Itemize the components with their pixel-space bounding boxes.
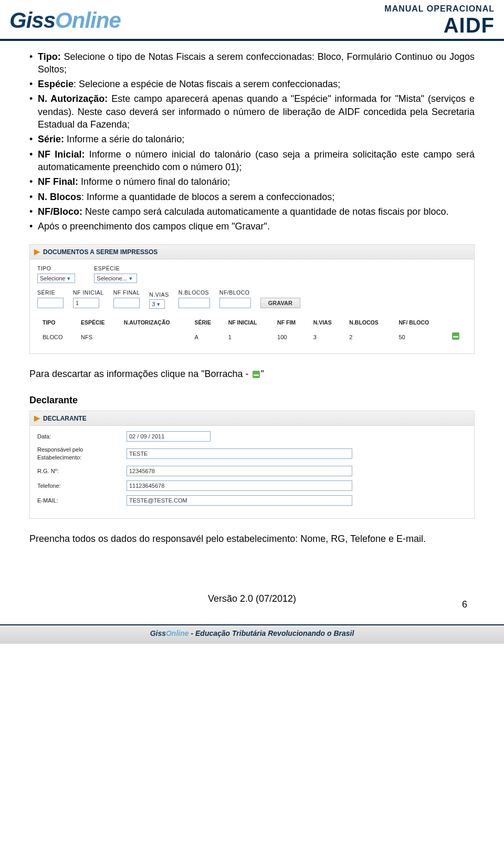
spec-item: NF Final: Informe o número final do talo…: [29, 175, 475, 188]
nf-final-input[interactable]: [113, 298, 140, 308]
data-input[interactable]: [127, 431, 211, 442]
nblocos-input[interactable]: [178, 298, 210, 308]
dec-label-data: Data:: [37, 433, 127, 441]
version-text: Versão 2.0 (07/2012): [29, 592, 475, 605]
nvias-select[interactable]: 3▾: [149, 299, 165, 309]
eraser-icon[interactable]: [452, 332, 459, 340]
telefone-input[interactable]: [127, 480, 352, 491]
logo-text-left: Giss: [9, 8, 55, 33]
spec-item: N. Blocos: Informe a quantidade de bloco…: [29, 191, 475, 203]
field-serie: SÉRIE: [37, 289, 64, 308]
serie-input[interactable]: [37, 298, 64, 308]
spec-item: Série: Informe a série do talonário;: [29, 133, 475, 145]
fill-paragraph: Preencha todos os dados do responsavél p…: [29, 532, 475, 545]
field-nfbloco: NF/BLOCO: [219, 289, 251, 308]
field-nblocos: N.BLOCOS: [178, 289, 210, 308]
spec-item: Tipo: Selecione o tipo de Notas Fiscais …: [29, 50, 475, 76]
footer-bar: GissOnline - Educação Tributária Revoluc…: [0, 624, 504, 644]
manual-title-box: MANUAL OPERACIONAL AIDF: [384, 3, 495, 36]
spec-item: Espécie: Selecione a espécie de Notas fi…: [29, 78, 475, 90]
declarante-panel: ▶ DECLARANTE Data: Responsável pelo Esta…: [29, 411, 475, 519]
chevron-down-icon: ▾: [127, 275, 134, 282]
eraser-icon: [253, 371, 260, 378]
discard-paragraph: Para descartar as informações clique na …: [29, 368, 475, 380]
spec-item: Após o preenchimento dos campos clique e…: [29, 220, 475, 233]
tipo-select[interactable]: Selecione▾: [37, 274, 75, 283]
field-especie: ESPÉCIE Selecione...▾: [94, 265, 136, 282]
spec-list: Tipo: Selecione o tipo de Notas Fiscais …: [29, 50, 475, 233]
nfbloco-input[interactable]: [219, 298, 251, 308]
logo-text-right: Online: [55, 8, 121, 33]
field-tipo: TIPO Selecione▾: [37, 265, 75, 282]
field-nf-final: NF FINAL: [113, 289, 140, 308]
dec-label-email: E-MAIL:: [37, 497, 127, 505]
gravar-button[interactable]: GRAVAR: [260, 298, 300, 308]
dec-label-rg: R.G. Nº:: [37, 467, 127, 475]
table-row: BLOCO NFS A 1 100 3 2 50: [37, 329, 467, 345]
chevron-down-icon: ▾: [65, 275, 72, 282]
documentos-panel-title: DOCUMENTOS A SEREM IMPRESSOS: [43, 248, 158, 256]
nf-inicial-input[interactable]: [73, 298, 99, 308]
brand-logo: GissOnline: [9, 6, 121, 36]
chevron-right-icon: ▶: [34, 413, 40, 423]
page-number: 6: [462, 598, 467, 611]
documentos-panel-header: ▶ DOCUMENTOS A SEREM IMPRESSOS: [30, 245, 474, 259]
page-header: GissOnline MANUAL OPERACIONAL AIDF: [0, 0, 504, 41]
email-input[interactable]: [127, 495, 352, 506]
rg-input[interactable]: [127, 466, 352, 476]
dec-label-responsavel: Responsável pelo Estabelecimento:: [37, 446, 127, 462]
field-nf-inicial: NF INICIAL: [73, 289, 104, 308]
field-nvias: N.VIAS 3▾: [149, 291, 169, 308]
spec-item: N. Autorização: Este campo aparecerá ape…: [29, 92, 475, 131]
declarante-heading: Declarante: [29, 394, 475, 406]
dec-label-telefone: Telefone:: [37, 482, 127, 490]
declarante-panel-header: ▶ DECLARANTE: [30, 411, 474, 426]
especie-select[interactable]: Selecione...▾: [94, 274, 136, 283]
documentos-table: TIPO ESPÉCIE N.AUTORIZAÇÃO SÉRIE NF INIC…: [37, 316, 467, 345]
manual-title: AIDF: [384, 15, 495, 36]
documentos-panel: ▶ DOCUMENTOS A SEREM IMPRESSOS TIPO Sele…: [29, 244, 475, 353]
manual-subtitle: MANUAL OPERACIONAL: [384, 3, 495, 15]
spec-item: NF Inicial: Informe o número inicial do …: [29, 148, 475, 174]
chevron-down-icon: ▾: [155, 300, 162, 308]
declarante-panel-title: DECLARANTE: [43, 414, 87, 423]
responsavel-input[interactable]: [127, 448, 352, 459]
chevron-right-icon: ▶: [34, 247, 40, 257]
spec-item: NF/Bloco: Neste campo será calculada aut…: [29, 205, 475, 218]
